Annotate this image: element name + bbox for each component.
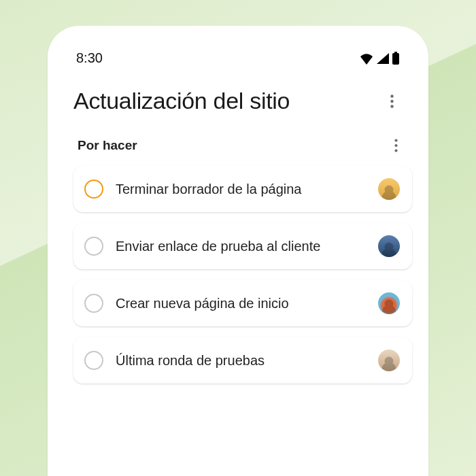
task-checkbox[interactable] [84, 351, 103, 370]
phone-screen: 8:30 Actualización del sitio [53, 31, 423, 476]
assignee-avatar[interactable] [378, 350, 400, 371]
task-checkbox[interactable] [84, 294, 103, 313]
more-vertical-icon [390, 95, 394, 108]
svg-point-2 [390, 95, 393, 97]
svg-point-3 [390, 99, 393, 102]
svg-rect-1 [394, 52, 397, 54]
column-header: Por hacer [73, 129, 412, 166]
task-title: Crear nueva página de inicio [116, 294, 366, 312]
svg-point-4 [390, 105, 393, 107]
column-todo: Por hacer Terminar borrador de la página [73, 129, 412, 384]
task-title: Terminar borrador de la página [116, 180, 366, 198]
task-card[interactable]: Terminar borrador de la página [73, 166, 412, 212]
page-overflow-menu-button[interactable] [381, 90, 403, 112]
more-vertical-icon [394, 139, 398, 152]
board-columns: Por hacer Terminar borrador de la página [53, 121, 423, 384]
assignee-avatar[interactable] [378, 292, 400, 314]
column-overflow-menu-button[interactable] [385, 135, 407, 156]
assignee-avatar[interactable] [378, 235, 400, 257]
task-card[interactable]: Crear nueva página de inicio [73, 280, 412, 326]
svg-point-5 [394, 139, 397, 141]
status-icons [359, 52, 400, 65]
status-time: 8:30 [76, 50, 103, 66]
card-list: Terminar borrador de la página Enviar en… [73, 166, 412, 384]
task-checkbox[interactable] [84, 237, 103, 256]
task-title: Última ronda de pruebas [116, 352, 366, 369]
task-card[interactable]: Última ronda de pruebas [73, 337, 412, 384]
battery-icon [392, 52, 400, 65]
svg-point-7 [394, 149, 397, 152]
svg-point-6 [394, 144, 397, 147]
phone-frame: 8:30 Actualización del sitio [48, 26, 428, 476]
svg-rect-0 [392, 53, 399, 65]
task-title: Enviar enlace de prueba al cliente [116, 237, 366, 255]
cellular-icon [376, 52, 390, 65]
column-title: Por hacer [78, 138, 137, 153]
status-bar: 8:30 [53, 31, 423, 75]
page-header: Actualización del sitio [53, 75, 423, 121]
task-card[interactable]: Enviar enlace de prueba al cliente [73, 223, 412, 269]
page-title: Actualización del sitio [73, 88, 290, 114]
assignee-avatar[interactable] [378, 178, 400, 200]
wifi-icon [359, 52, 374, 65]
task-checkbox[interactable] [84, 180, 103, 199]
